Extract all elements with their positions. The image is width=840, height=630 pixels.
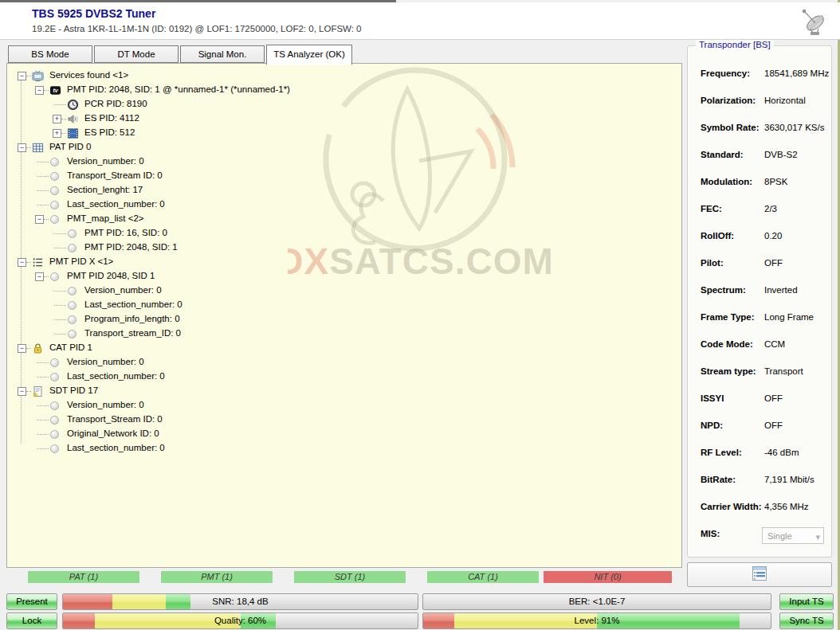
- tree-row[interactable]: Version_number: 0: [7, 284, 681, 298]
- tree-connector: [26, 348, 31, 349]
- ball-icon: [50, 272, 59, 281]
- transponder-field-row: NPD:OFF: [688, 419, 831, 446]
- collapse-icon[interactable]: −: [35, 272, 44, 281]
- tree-row[interactable]: −PMT PID X <1>: [7, 255, 681, 269]
- tree-row[interactable]: PCR PID: 8190: [7, 97, 681, 112]
- tree-row[interactable]: Version_number: 0: [7, 155, 681, 169]
- ball-icon: [68, 287, 77, 295]
- badge-nit: NIT (0): [544, 571, 672, 583]
- mis-dropdown[interactable]: Single ▾: [762, 527, 824, 544]
- input-ts-indicator: Input TS: [779, 593, 834, 610]
- transponder-field-row: BitRate:7,191 Mbit/s: [688, 473, 831, 500]
- list-icon: [32, 256, 44, 268]
- tab-bs-mode[interactable]: BS Mode: [8, 45, 92, 63]
- tree-row[interactable]: Section_lenght: 17: [7, 183, 681, 198]
- ball-icon: [50, 444, 59, 453]
- tree-row[interactable]: −tvPMT PID: 2048, SID: 1 @ *unnamed-1* (…: [7, 83, 681, 97]
- ball-icon: [50, 201, 59, 209]
- field-value: 2/3: [764, 204, 777, 213]
- field-value: 7,191 Mbit/s: [764, 475, 814, 484]
- tab-dt-mode[interactable]: DT Mode: [94, 45, 179, 63]
- transponder-field-row: Frequency:18541,689 MHz: [688, 67, 831, 94]
- field-label: Standard:: [701, 150, 744, 159]
- tree-row[interactable]: PMT PID: 2048, SID: 1: [7, 241, 681, 255]
- collapse-icon[interactable]: −: [35, 86, 44, 95]
- tree-node-label: ES PID: 4112: [84, 113, 139, 123]
- tree-row[interactable]: −PAT PID 0: [7, 140, 681, 155]
- tree-node-label: Last_section_number: 0: [84, 299, 183, 309]
- tree-connector: [44, 276, 49, 277]
- tree-connector: [54, 233, 66, 234]
- tree-connector: [37, 190, 49, 191]
- ball-icon: [50, 416, 59, 425]
- tree-row[interactable]: −PMT_map_list <2>: [7, 212, 681, 226]
- snr-value: SNR: 18,4 dB: [63, 594, 418, 609]
- ber-value: BER: <1.0E-7: [423, 594, 771, 609]
- tree-row[interactable]: −PMT PID 2048, SID 1: [7, 269, 681, 284]
- tab-signal-mon[interactable]: Signal Mon.: [180, 45, 265, 63]
- transponder-subtitle: 19.2E - Astra 1KR-1L-1M-1N (ID: 0192) @ …: [32, 24, 362, 33]
- tree-node-label: PMT PID 2048, SID 1: [67, 271, 155, 280]
- field-label: Modulation:: [701, 177, 752, 186]
- expand-icon[interactable]: +: [53, 129, 61, 138]
- badge-sdt: SDT (1): [294, 571, 406, 583]
- tree-row[interactable]: PMT PID: 16, SID: 0: [7, 226, 681, 241]
- ts-details-button[interactable]: [687, 562, 832, 587]
- sdt-icon: [32, 385, 44, 397]
- tree-row[interactable]: Last_section_number: 0: [7, 441, 681, 456]
- field-value: Horizontal: [764, 96, 806, 105]
- collapse-icon[interactable]: −: [18, 258, 26, 267]
- tree-connector: [54, 104, 66, 105]
- collapse-icon[interactable]: −: [35, 215, 44, 224]
- tree-connector: [54, 248, 66, 248]
- tree-node-label: PCR PID: 8190: [84, 99, 147, 108]
- collapse-icon[interactable]: −: [18, 143, 26, 152]
- transponder-field-row: RF Level:-46 dBm: [688, 446, 831, 473]
- tree-connector: [37, 420, 49, 421]
- tree-row[interactable]: Transport_Stream ID: 0: [7, 169, 681, 183]
- field-value: -46 dBm: [764, 448, 799, 457]
- tree-connector: [26, 76, 31, 76]
- tree-row[interactable]: −Services found <1>: [7, 68, 681, 83]
- field-label: FEC:: [701, 204, 722, 213]
- tree-row[interactable]: Transport_stream_ID: 0: [7, 327, 681, 341]
- tree-node-label: PMT PID X <1>: [49, 256, 113, 266]
- tree-node-label: CAT PID 1: [49, 342, 92, 352]
- tab-ts-analyzer[interactable]: TS Analyzer (OK): [266, 45, 352, 65]
- tree-row[interactable]: Original_Network ID: 0: [7, 427, 681, 441]
- page-title: TBS 5925 DVBS2 Tuner: [32, 7, 155, 20]
- tree-row[interactable]: Version_number: 0: [7, 398, 681, 413]
- ball-icon: [68, 229, 77, 238]
- collapse-icon[interactable]: −: [18, 72, 26, 80]
- tree-node-label: Section_lenght: 17: [67, 185, 143, 194]
- tree-node-label: Transport_stream_ID: 0: [84, 328, 181, 338]
- tree-row[interactable]: Transport_Stream ID: 0: [7, 413, 681, 427]
- tuner-window: TBS 5925 DVBS2 Tuner 19.2E - Astra 1KR-1…: [0, 0, 840, 630]
- tree-row[interactable]: Last_section_number: 0: [7, 370, 681, 384]
- tree-row[interactable]: Last_section_number: 0: [7, 298, 681, 312]
- tree-row[interactable]: Program_info_length: 0: [7, 312, 681, 327]
- transponder-field-row: Modulation:8PSK: [688, 175, 831, 202]
- transponder-panel-title: Transponder [BS]: [696, 40, 774, 49]
- field-label: Code Mode:: [701, 339, 753, 349]
- tree-connector: [44, 219, 49, 220]
- transponder-field-row: Stream type:Transport: [688, 365, 831, 392]
- tree-row[interactable]: +ES PID: 512: [7, 126, 681, 140]
- collapse-icon[interactable]: −: [18, 344, 26, 353]
- tree-node-label: Transport_Stream ID: 0: [67, 170, 163, 180]
- tree-row[interactable]: Version_number: 0: [7, 355, 681, 370]
- tree-row[interactable]: Last_section_number: 0: [7, 198, 681, 212]
- transponder-field-row: FEC:2/3: [688, 202, 831, 229]
- tree-connector: [37, 162, 49, 162]
- tree-row[interactable]: −CAT PID 1: [7, 341, 681, 355]
- expand-icon[interactable]: +: [53, 115, 61, 123]
- ball-icon: [50, 373, 59, 382]
- field-label: RollOff:: [701, 231, 734, 241]
- tree-row[interactable]: +ES PID: 4112: [7, 112, 681, 126]
- transponder-field-row: Spectrum:Inverted: [688, 284, 831, 311]
- transponder-field-row: Code Mode:CCM: [688, 338, 831, 365]
- tree-row[interactable]: −SDT PID 17: [7, 384, 681, 398]
- level-meter: Level: 91%: [422, 612, 771, 629]
- collapse-icon[interactable]: −: [18, 387, 26, 396]
- lock-indicator: Lock: [6, 612, 57, 629]
